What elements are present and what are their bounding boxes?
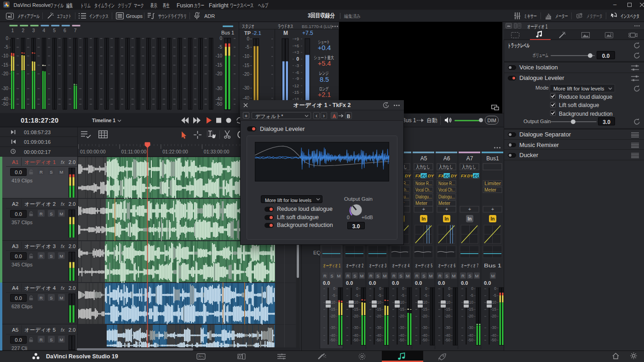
svg-text:-30: -30 [243, 85, 250, 90]
svg-text:-30: -30 [445, 325, 451, 330]
svg-text:-20: -20 [353, 314, 359, 318]
svg-text:6: 6 [63, 28, 66, 33]
svg-text:-5: -5 [332, 293, 335, 298]
svg-text:In: In [468, 216, 472, 221]
svg-text:オーディオ 2: オーディオ 2 [346, 263, 363, 268]
svg-text:0.0: 0.0 [392, 280, 399, 286]
svg-text:-40: -40 [353, 333, 359, 338]
svg-text:-20: -20 [445, 314, 451, 318]
svg-text:FX: FX [438, 173, 444, 178]
svg-text:7: 7 [74, 28, 77, 33]
svg-text:Bus 1: Bus 1 [484, 263, 501, 268]
svg-text:入力なし: 入力なし [416, 164, 430, 170]
svg-text:A7: A7 [466, 155, 473, 162]
svg-text:-15: -15 [445, 307, 451, 311]
svg-text:5: 5 [53, 28, 56, 33]
svg-text:4: 4 [43, 28, 46, 33]
svg-text:EQ: EQ [421, 173, 428, 178]
svg-text:R: R [346, 273, 350, 278]
svg-text:-50: -50 [491, 338, 497, 342]
svg-text:DY: DY [428, 173, 435, 178]
svg-text:0.0: 0.0 [346, 280, 353, 286]
svg-text:Vocal Ch...: Vocal Ch... [438, 187, 455, 192]
svg-text:DY: DY [451, 173, 458, 178]
svg-text:-50: -50 [445, 338, 451, 342]
svg-text:0: 0 [448, 286, 450, 291]
svg-text:-15: -15 [2, 62, 9, 68]
svg-text:-15: -15 [399, 307, 405, 311]
svg-text:-15: -15 [468, 307, 474, 311]
svg-text:R: R [369, 273, 373, 278]
svg-text:-5: -5 [378, 293, 381, 298]
svg-text:-40: -40 [376, 333, 382, 338]
svg-text:R: R [438, 273, 442, 278]
svg-text:-5: -5 [447, 293, 450, 298]
svg-text:0: 0 [425, 286, 427, 291]
svg-text:-5: -5 [424, 293, 427, 298]
svg-text:-40: -40 [445, 333, 451, 338]
svg-text:Limiter: Limiter [484, 181, 501, 186]
svg-text:xx: xx [198, 354, 201, 357]
svg-text:0: 0 [333, 286, 335, 291]
svg-text:-50: -50 [422, 338, 428, 342]
svg-text:In: In [491, 216, 495, 221]
svg-text:-20: -20 [399, 314, 405, 318]
svg-text:A5: A5 [420, 155, 427, 162]
svg-text:M: M [383, 273, 387, 278]
svg-text:0: 0 [471, 286, 473, 291]
svg-text:-20: -20 [376, 314, 382, 318]
svg-text:入力なし: 入力なし [439, 164, 453, 170]
svg-text:-5: -5 [470, 293, 473, 298]
svg-text:-20: -20 [468, 314, 474, 318]
svg-text:M: M [491, 273, 495, 278]
svg-text:-50: -50 [330, 338, 336, 342]
svg-text:-40: -40 [422, 333, 428, 338]
svg-text:0.0: 0.0 [461, 280, 468, 286]
svg-text:-15: -15 [376, 307, 382, 311]
svg-text:-20: -20 [243, 72, 250, 77]
svg-text:-40: -40 [243, 96, 250, 101]
svg-text:0: 0 [494, 286, 496, 291]
svg-text:-50: -50 [399, 338, 405, 342]
svg-text:-30: -30 [399, 325, 405, 330]
svg-text:S: S [445, 273, 448, 278]
svg-text:R: R [323, 273, 327, 278]
svg-text:-50: -50 [2, 102, 9, 107]
svg-text:Bus 1: Bus 1 [221, 30, 234, 35]
svg-text:0.0: 0.0 [323, 280, 330, 286]
svg-text:-30: -30 [353, 325, 359, 330]
svg-text:0.0: 0.0 [415, 280, 422, 286]
svg-text:-10: -10 [243, 54, 250, 59]
svg-text:-5: -5 [401, 293, 404, 298]
svg-text:-20: -20 [216, 71, 223, 76]
svg-text:Meter: Meter [415, 201, 428, 206]
svg-text:-5: -5 [355, 293, 358, 298]
svg-text:S: S [468, 273, 471, 278]
svg-text:0.0: 0.0 [438, 280, 445, 286]
svg-text:オーディオ 4: オーディオ 4 [392, 263, 409, 268]
svg-text:M: M [337, 273, 341, 278]
svg-text:0.0: 0.0 [484, 280, 491, 286]
svg-text:オーディオ 6: オーディオ 6 [438, 263, 455, 268]
svg-text:S: S [422, 273, 425, 278]
svg-text:-20: -20 [422, 314, 428, 318]
svg-text:-30: -30 [216, 86, 223, 91]
svg-text:M: M [406, 273, 410, 278]
svg-text:M: M [360, 273, 364, 278]
svg-text:0: 0 [247, 36, 249, 41]
svg-text:-40: -40 [216, 96, 223, 102]
svg-text:M: M [429, 273, 433, 278]
svg-text:A6: A6 [443, 155, 450, 162]
svg-text:-15: -15 [243, 63, 250, 68]
svg-text:S: S [353, 273, 356, 278]
svg-text:01:00:00:00: 01:00:00:00 [80, 149, 106, 154]
svg-text:-10: -10 [216, 53, 223, 58]
svg-text:-10: -10 [2, 53, 9, 58]
svg-text:-30: -30 [491, 325, 497, 330]
svg-text:-15: -15 [353, 307, 359, 311]
svg-text:-30: -30 [422, 325, 428, 330]
svg-text:-15: -15 [216, 62, 223, 68]
svg-text:0: 0 [379, 286, 381, 291]
svg-text:In: In [445, 216, 449, 221]
svg-text:-40: -40 [399, 333, 405, 338]
